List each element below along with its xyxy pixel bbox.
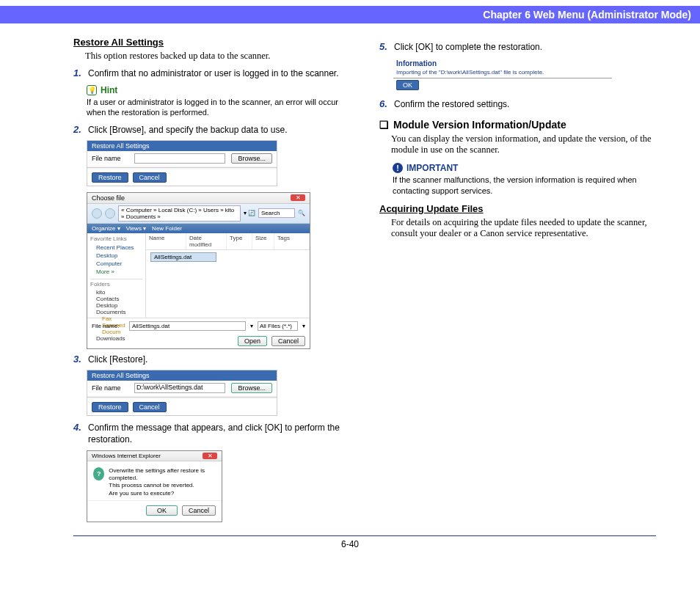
step-num-6: 6. (379, 98, 390, 109)
cf-title: Choose file (92, 194, 125, 202)
chapter-header: Chapter 6 Web Menu (Administrator Mode) (0, 6, 700, 23)
cf-selected-file[interactable]: AllSettings.dat (150, 252, 216, 262)
back-icon[interactable] (92, 208, 102, 219)
cf-f-desktop[interactable]: Desktop (90, 302, 142, 309)
cf-f-kito[interactable]: kito (90, 289, 142, 296)
shot3-title: Restore All Settings (87, 370, 277, 381)
cf-organize[interactable]: Organize ▾ (92, 225, 120, 232)
screenshot-confirm-dialog: Windows Internet Explorer ✕ ? Overwrite … (87, 450, 222, 523)
cf-h-size[interactable]: Size (252, 233, 274, 249)
cf-computer[interactable]: Computer (90, 260, 142, 268)
shot3-file-input[interactable]: D:\work\AllSettings.dat (134, 383, 225, 393)
cf-f-contacts[interactable]: Contacts (90, 296, 142, 302)
cf-address-bar[interactable]: « Computer » Local Disk (C:) » Users » k… (118, 205, 241, 222)
hint-label: Hint (101, 85, 117, 95)
ie-close-button[interactable]: ✕ (203, 453, 217, 459)
hint-body: If a user or administrator is logged in … (87, 97, 350, 118)
important-icon: ! (393, 163, 403, 173)
step-1-text: Confirm that no administrator or user is… (88, 67, 350, 79)
important-body: If the scanner malfunctions, the version… (393, 175, 656, 196)
acquiring-update-desc: For details on acquiring the update file… (391, 217, 656, 239)
shot1-restore-button[interactable]: Restore (92, 172, 128, 183)
cf-h-name[interactable]: Name (146, 233, 186, 249)
cf-fn-input[interactable]: AllSettings.dat (129, 321, 246, 331)
shot1-file-input[interactable] (134, 153, 225, 164)
cf-fav-links: Favorite Links (90, 235, 142, 242)
screenshot-information: Information Importing of the "D:\work\Al… (393, 57, 613, 92)
step-num-4: 4. (73, 422, 84, 433)
info-msg: Importing of the "D:\work\AllSettings.da… (393, 69, 612, 78)
restore-all-settings-title: Restore All Settings (73, 37, 350, 48)
screenshot-restore-filled: Restore All Settings File name D:\work\A… (87, 370, 277, 416)
left-column: Restore All Settings This option restore… (73, 37, 350, 522)
shot3-cancel-button[interactable]: Cancel (133, 402, 167, 412)
shot1-browse-button[interactable]: Browse... (231, 153, 272, 164)
cf-f-dl[interactable]: Downloads (90, 335, 142, 342)
step-num-3: 3. (73, 354, 84, 365)
hint-icon: 💡 (87, 85, 97, 95)
screenshot-restore-empty: Restore All Settings File name Browse...… (87, 140, 277, 186)
shot3-file-label: File name (92, 384, 128, 392)
shot3-restore-button[interactable]: Restore (92, 402, 128, 412)
step-6-text: Confirm the restored settings. (394, 98, 656, 110)
info-title: Information (393, 58, 612, 69)
step-num-2: 2. (73, 124, 84, 135)
acquiring-update-title: Acquiring Update Files (379, 203, 656, 214)
restore-desc: This option restores backed up data to t… (85, 51, 350, 62)
screenshot-choose-file: Choose file ✕ « Computer » Local Disk (C… (87, 192, 310, 349)
step-4-text: Confirm the message that appears, and cl… (88, 422, 350, 445)
step-2-text: Click [Browse], and specify the backup d… (88, 124, 350, 136)
cf-h-type[interactable]: Type (227, 233, 252, 249)
cf-filter-select[interactable]: All Files (*.*) (258, 321, 298, 331)
footer-rule (73, 535, 656, 536)
cf-close-button[interactable]: ✕ (291, 194, 305, 201)
page-number: 6-40 (0, 539, 700, 557)
shot1-cancel-button[interactable]: Cancel (133, 172, 167, 183)
ie-title: Windows Internet Explorer (92, 453, 161, 459)
ie-cancel-button[interactable]: Cancel (182, 505, 216, 516)
shot3-browse-button[interactable]: Browse... (231, 383, 272, 393)
cf-h-dm[interactable]: Date modified (186, 233, 227, 249)
shot1-file-label: File name (92, 155, 128, 162)
important-label: IMPORTANT (406, 163, 458, 173)
cf-f-docs[interactable]: Documents (90, 309, 142, 315)
step-num-1: 1. (73, 67, 84, 78)
right-column: 5. Click [OK] to complete the restoratio… (379, 37, 656, 522)
heading-marker-icon: ❏ (379, 119, 389, 131)
module-version-desc: You can display the version information,… (391, 133, 656, 156)
cf-open-button[interactable]: Open (238, 336, 267, 346)
cf-desktop[interactable]: Desktop (90, 252, 142, 260)
shot1-title: Restore All Settings (87, 141, 277, 151)
cf-newfolder[interactable]: New Folder (152, 225, 182, 232)
module-version-heading: ❏Module Version Information/Update (379, 119, 656, 131)
cf-recent[interactable]: Recent Places (90, 244, 142, 252)
step-num-5: 5. (379, 41, 390, 52)
step-3-text: Click [Restore]. (88, 354, 350, 365)
step-5-text: Click [OK] to complete the restoration. (394, 41, 656, 53)
cf-fn-label: File name: (92, 323, 125, 329)
forward-icon[interactable] (105, 208, 115, 219)
info-ok-button[interactable]: OK (396, 80, 419, 90)
cf-views[interactable]: Views ▾ (126, 225, 146, 232)
cf-folders-label: Folders (90, 279, 142, 288)
ie-ok-button[interactable]: OK (146, 505, 178, 516)
cf-h-tags[interactable]: Tags (274, 233, 310, 249)
cf-more[interactable]: More » (90, 268, 142, 276)
cf-cancel-button[interactable]: Cancel (271, 336, 305, 346)
question-icon: ? (93, 467, 104, 480)
cf-search-input[interactable]: Search (258, 208, 295, 218)
ie-message: Overwrite the settings after restore is … (109, 467, 216, 498)
